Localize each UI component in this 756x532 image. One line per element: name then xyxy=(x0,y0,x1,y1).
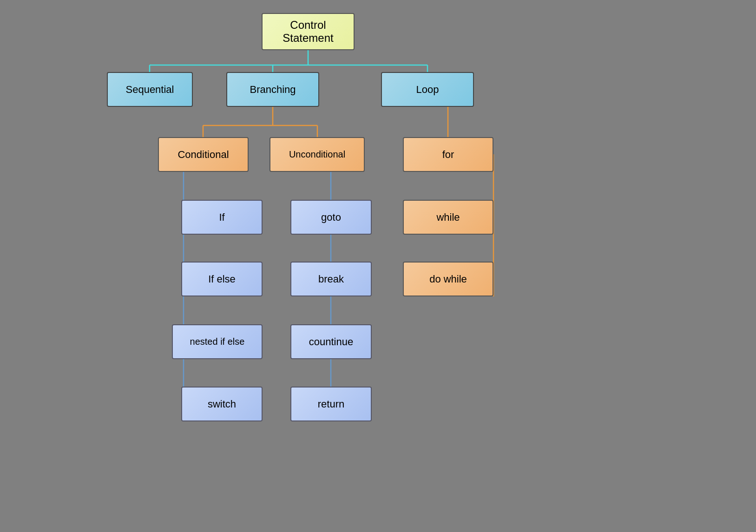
label-goto: goto xyxy=(321,211,341,223)
node-control-statement: Control Statement xyxy=(262,13,355,50)
label-while: while xyxy=(436,211,460,223)
label-unconditional: Unconditional xyxy=(289,149,345,160)
node-return: return xyxy=(290,387,372,421)
label-switch: switch xyxy=(208,398,236,410)
node-while: while xyxy=(403,200,493,235)
node-loop: Loop xyxy=(381,72,474,107)
node-sequential: Sequential xyxy=(107,72,193,107)
node-switch: switch xyxy=(181,387,263,421)
node-if-else: If else xyxy=(181,262,263,296)
label-break: break xyxy=(318,273,344,285)
node-if: If xyxy=(181,200,263,235)
label-if: If xyxy=(219,211,224,223)
label-conditional: Conditional xyxy=(177,149,229,161)
label-return: return xyxy=(318,398,344,410)
node-do-while: do while xyxy=(403,262,493,296)
node-conditional: Conditional xyxy=(158,137,249,172)
node-break: break xyxy=(290,262,372,296)
node-goto: goto xyxy=(290,200,372,235)
label-if-else: If else xyxy=(208,273,236,285)
node-nested-if-else: nested if else xyxy=(172,324,263,359)
node-for: for xyxy=(403,137,493,172)
node-countinue: countinue xyxy=(290,324,372,359)
diagram: Control Statement Sequential Branching L… xyxy=(0,0,756,532)
label-do-while: do while xyxy=(429,273,467,285)
label-nested-if-else: nested if else xyxy=(190,336,245,347)
node-unconditional: Unconditional xyxy=(270,137,365,172)
label-sequential: Sequential xyxy=(126,84,174,96)
label-branching: Branching xyxy=(250,84,296,96)
node-branching: Branching xyxy=(226,72,319,107)
label-countinue: countinue xyxy=(309,336,353,348)
label-for: for xyxy=(442,149,454,161)
label-loop: Loop xyxy=(416,84,439,96)
label-control-statement: Control Statement xyxy=(283,19,333,45)
